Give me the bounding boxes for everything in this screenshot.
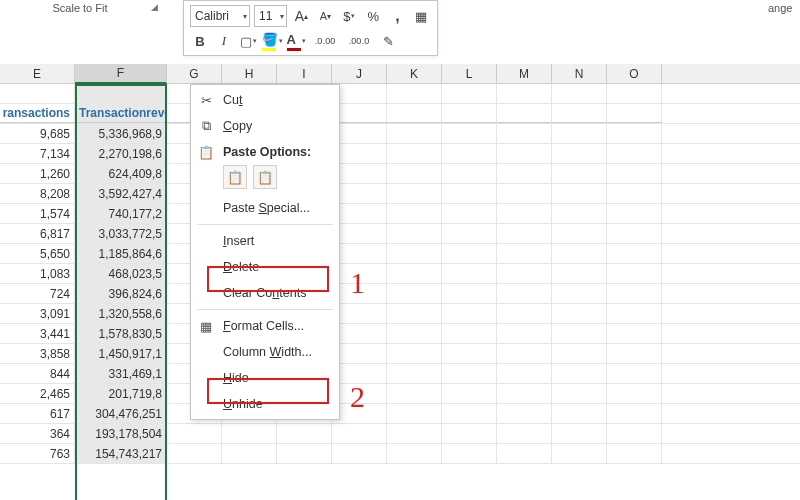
- cell[interactable]: [332, 124, 387, 143]
- cell[interactable]: [607, 164, 662, 183]
- cell[interactable]: [277, 424, 332, 443]
- cell[interactable]: [332, 344, 387, 363]
- borders-button[interactable]: ▢▾: [238, 31, 258, 51]
- table-header[interactable]: ransactions: [0, 104, 75, 123]
- col-header-J[interactable]: J: [332, 64, 387, 83]
- cell[interactable]: [497, 104, 552, 123]
- cell[interactable]: [332, 164, 387, 183]
- menu-clear-contents[interactable]: Clear Contents: [191, 280, 339, 306]
- cell[interactable]: [442, 404, 497, 423]
- menu-paste-special[interactable]: Paste Special...: [191, 195, 339, 221]
- comma-style-button[interactable]: ,: [387, 6, 407, 26]
- cell[interactable]: 1,574: [0, 204, 75, 223]
- cell[interactable]: [387, 304, 442, 323]
- cell[interactable]: 8,208: [0, 184, 75, 203]
- percent-button[interactable]: %: [363, 6, 383, 26]
- cell[interactable]: 5,336,968,9: [75, 124, 167, 143]
- cell[interactable]: [552, 204, 607, 223]
- cell[interactable]: [387, 324, 442, 343]
- cell[interactable]: [497, 404, 552, 423]
- cell[interactable]: 844: [0, 364, 75, 383]
- menu-delete[interactable]: Delete: [191, 254, 339, 280]
- cell[interactable]: [387, 224, 442, 243]
- cell[interactable]: 3,033,772,5: [75, 224, 167, 243]
- cell[interactable]: [497, 264, 552, 283]
- merge-button[interactable]: ▦: [411, 6, 431, 26]
- cell[interactable]: 7,134: [0, 144, 75, 163]
- cell[interactable]: [552, 244, 607, 263]
- cell[interactable]: 1,578,830,5: [75, 324, 167, 343]
- cell[interactable]: [332, 84, 387, 103]
- cell[interactable]: 201,719,8: [75, 384, 167, 403]
- cell[interactable]: [442, 424, 497, 443]
- cell[interactable]: [442, 104, 497, 123]
- cell[interactable]: [552, 164, 607, 183]
- menu-insert[interactable]: Insert: [191, 228, 339, 254]
- cell[interactable]: [387, 184, 442, 203]
- cell[interactable]: [442, 384, 497, 403]
- cell[interactable]: 468,023,5: [75, 264, 167, 283]
- cell[interactable]: [387, 104, 442, 123]
- italic-button[interactable]: I: [214, 31, 234, 51]
- cell[interactable]: [167, 424, 222, 443]
- cell[interactable]: [442, 144, 497, 163]
- cell[interactable]: [442, 164, 497, 183]
- cell[interactable]: [442, 84, 497, 103]
- cell[interactable]: [497, 384, 552, 403]
- cell[interactable]: 617: [0, 404, 75, 423]
- cell[interactable]: 5,650: [0, 244, 75, 263]
- cell[interactable]: [497, 344, 552, 363]
- cell[interactable]: 3,858: [0, 344, 75, 363]
- cell[interactable]: [497, 84, 552, 103]
- cell[interactable]: 1,260: [0, 164, 75, 183]
- col-header-H[interactable]: H: [222, 64, 277, 83]
- increase-font-button[interactable]: A▴: [291, 6, 311, 26]
- cell[interactable]: 304,476,251: [75, 404, 167, 423]
- cell[interactable]: [607, 384, 662, 403]
- decrease-font-button[interactable]: A▾: [315, 6, 335, 26]
- cell[interactable]: [607, 204, 662, 223]
- cell[interactable]: [167, 444, 222, 463]
- cell[interactable]: [387, 164, 442, 183]
- cell[interactable]: [442, 224, 497, 243]
- cell[interactable]: [552, 424, 607, 443]
- menu-column-width[interactable]: Column Width...: [191, 339, 339, 365]
- cell[interactable]: [607, 124, 662, 143]
- cell[interactable]: [607, 284, 662, 303]
- cell[interactable]: [387, 144, 442, 163]
- col-header-K[interactable]: K: [387, 64, 442, 83]
- cell[interactable]: 1,320,558,6: [75, 304, 167, 323]
- paste-option-values[interactable]: 📋: [253, 165, 277, 189]
- cell[interactable]: [607, 304, 662, 323]
- col-header-G[interactable]: G: [167, 64, 222, 83]
- cell[interactable]: [607, 444, 662, 463]
- cell[interactable]: [607, 224, 662, 243]
- currency-button[interactable]: $▾: [339, 6, 359, 26]
- cell[interactable]: [497, 364, 552, 383]
- cell[interactable]: [497, 304, 552, 323]
- cell[interactable]: [607, 264, 662, 283]
- cell[interactable]: [387, 404, 442, 423]
- format-painter-button[interactable]: ✎: [378, 31, 398, 51]
- cell[interactable]: [75, 84, 167, 103]
- dialog-launcher-icon[interactable]: ◢: [151, 2, 158, 12]
- cell[interactable]: [552, 324, 607, 343]
- cell[interactable]: [222, 424, 277, 443]
- cell[interactable]: [497, 144, 552, 163]
- cell[interactable]: 2,465: [0, 384, 75, 403]
- cell[interactable]: [497, 284, 552, 303]
- cell[interactable]: [387, 84, 442, 103]
- cell[interactable]: [552, 344, 607, 363]
- col-header-N[interactable]: N: [552, 64, 607, 83]
- cell[interactable]: [442, 364, 497, 383]
- cell[interactable]: [387, 124, 442, 143]
- menu-copy[interactable]: ⧉ Copy: [191, 113, 339, 139]
- col-header-F[interactable]: F: [75, 64, 167, 84]
- cell[interactable]: [387, 244, 442, 263]
- cell[interactable]: 740,177,2: [75, 204, 167, 223]
- cell[interactable]: [552, 144, 607, 163]
- fill-color-button[interactable]: 🪣 ▾: [262, 31, 282, 51]
- cell[interactable]: [442, 324, 497, 343]
- cell[interactable]: [497, 184, 552, 203]
- cell[interactable]: [442, 444, 497, 463]
